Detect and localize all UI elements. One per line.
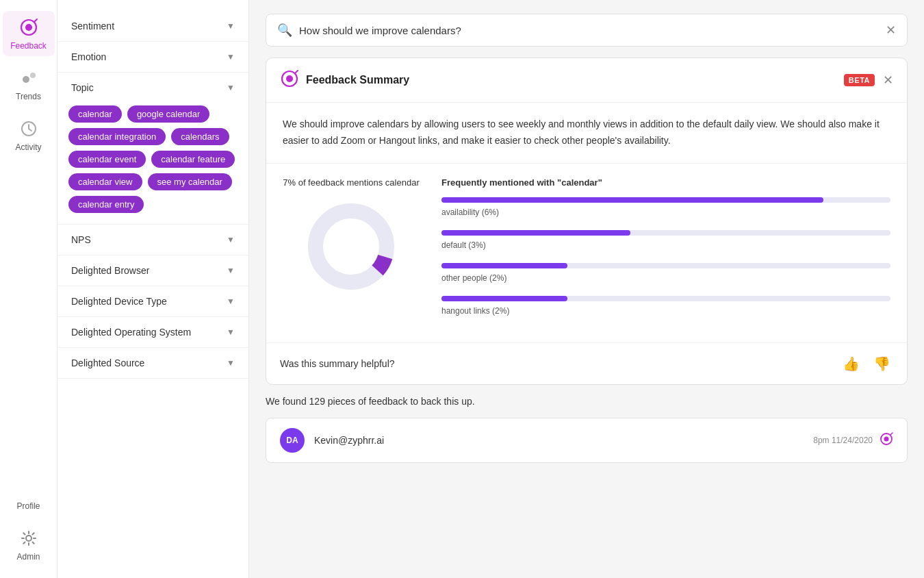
donut-chart bbox=[303, 199, 399, 294]
sidebar-header-delighted-device[interactable]: Delighted Device Type ▼ bbox=[57, 289, 248, 314]
nav-label-trends: Trends bbox=[16, 92, 41, 101]
summary-title: Feedback Summary bbox=[306, 74, 409, 86]
nav-label-admin: Admin bbox=[16, 552, 40, 562]
feedback-timestamp: 8pm 11/24/2020 bbox=[813, 436, 873, 445]
sidebar-section-delighted-source: Delighted Source ▼ bbox=[57, 348, 248, 379]
sidebar-header-emotion[interactable]: Emotion ▼ bbox=[57, 45, 248, 69]
avatar: DA bbox=[280, 428, 305, 453]
svg-point-5 bbox=[26, 536, 31, 541]
svg-point-1 bbox=[25, 24, 32, 31]
tag-calendar-event[interactable]: calendar event bbox=[68, 151, 146, 168]
feedback-item-left: DA Kevin@zyphrr.ai bbox=[280, 428, 384, 453]
svg-point-7 bbox=[286, 75, 293, 82]
tag-google-calendar[interactable]: google calendar bbox=[127, 105, 210, 123]
svg-point-11 bbox=[884, 436, 889, 441]
activity-icon bbox=[18, 118, 40, 140]
tag-see-my-calendar[interactable]: see my calendar bbox=[148, 173, 232, 190]
bar-label-availability: availability (6%) bbox=[441, 208, 499, 217]
feedback-summary-card: Feedback Summary BETA ✕ We should improv… bbox=[266, 58, 908, 385]
tag-calendar-view[interactable]: calendar view bbox=[68, 173, 142, 190]
chevron-icon-topic: ▼ bbox=[227, 83, 235, 92]
tag-calendar[interactable]: calendar bbox=[68, 105, 122, 123]
chevron-icon-sentiment: ▼ bbox=[227, 21, 235, 31]
admin-icon bbox=[18, 527, 40, 549]
chevron-icon-delighted-browser: ▼ bbox=[227, 266, 235, 275]
trends-icon bbox=[18, 67, 40, 89]
thumbs-down-button[interactable]: 👎 bbox=[871, 353, 893, 375]
nav-item-feedback[interactable]: Feedback bbox=[3, 11, 55, 56]
sidebar-label-sentiment: Sentiment bbox=[71, 21, 114, 32]
bar-other-people: other people (2%) bbox=[441, 263, 890, 284]
sidebar-section-emotion: Emotion ▼ bbox=[57, 42, 248, 73]
chevron-icon-delighted-device: ▼ bbox=[227, 297, 235, 306]
sidebar-section-delighted-device: Delighted Device Type ▼ bbox=[57, 286, 248, 317]
bar-track-other-people bbox=[441, 263, 890, 268]
sidebar-label-delighted-os: Delighted Operating System bbox=[71, 327, 191, 338]
svg-point-3 bbox=[30, 73, 36, 78]
search-input[interactable] bbox=[299, 25, 879, 36]
summary-helpful-question: Was this summary helpful? bbox=[280, 358, 395, 369]
bar-label-default: default (3%) bbox=[441, 240, 486, 250]
sidebar-section-delighted-browser: Delighted Browser ▼ bbox=[57, 255, 248, 286]
sidebar-label-nps: NPS bbox=[71, 234, 91, 245]
beta-badge: BETA bbox=[844, 74, 875, 86]
nav-label-feedback: Feedback bbox=[10, 41, 47, 51]
filter-sidebar: Sentiment ▼ Emotion ▼ Topic ▼ calendar g… bbox=[57, 0, 249, 578]
chevron-icon-emotion: ▼ bbox=[227, 52, 235, 62]
chevron-icon-delighted-os: ▼ bbox=[227, 327, 235, 337]
bar-track-availability bbox=[441, 197, 890, 203]
sidebar-label-delighted-browser: Delighted Browser bbox=[71, 265, 149, 276]
thumbs-up-button[interactable]: 👍 bbox=[840, 353, 862, 375]
sidebar-section-topic: Topic ▼ calendar google calendar calenda… bbox=[57, 73, 248, 225]
nav-bottom: Profile Admin bbox=[0, 496, 57, 567]
bar-track-hangout-links bbox=[441, 296, 890, 301]
search-clear-icon[interactable]: ✕ bbox=[886, 23, 896, 38]
search-bar: 🔍 ✕ bbox=[266, 14, 908, 47]
bar-label-hangout-links: hangout links (2%) bbox=[441, 306, 509, 316]
chevron-icon-delighted-source: ▼ bbox=[227, 358, 235, 368]
summary-title-group: Feedback Summary bbox=[280, 69, 409, 91]
topic-tags: calendar google calendar calendar integr… bbox=[57, 100, 248, 221]
nav-label-profile: Profile bbox=[16, 501, 40, 511]
nav-item-profile[interactable]: Profile bbox=[3, 496, 55, 516]
tag-calendars[interactable]: calendars bbox=[171, 128, 229, 145]
tag-calendar-entry[interactable]: calendar entry bbox=[68, 196, 144, 213]
sidebar-label-delighted-device: Delighted Device Type bbox=[71, 296, 167, 307]
nav-item-trends[interactable]: Trends bbox=[3, 62, 55, 107]
svg-point-8 bbox=[316, 211, 387, 282]
sidebar-section-nps: NPS ▼ bbox=[57, 225, 248, 255]
summary-close-icon[interactable]: ✕ bbox=[883, 73, 893, 88]
bar-label-other-people: other people (2%) bbox=[441, 273, 506, 283]
bar-default: default (3%) bbox=[441, 230, 890, 251]
bar-fill-other-people bbox=[441, 263, 567, 268]
feedback-item[interactable]: DA Kevin@zyphrr.ai 8pm 11/24/2020 bbox=[266, 418, 908, 463]
bar-track-default bbox=[441, 230, 890, 236]
stat-donut-section: 7% of feedback mentions calendar bbox=[283, 177, 420, 329]
bar-fill-default bbox=[441, 230, 630, 236]
sidebar-header-sentiment[interactable]: Sentiment ▼ bbox=[57, 14, 248, 38]
summary-text: We should improve calendars by allowing … bbox=[266, 103, 907, 164]
sidebar-header-delighted-source[interactable]: Delighted Source ▼ bbox=[57, 351, 248, 375]
sidebar-label-delighted-source: Delighted Source bbox=[71, 357, 144, 368]
bar-availability: availability (6%) bbox=[441, 197, 890, 218]
sidebar-section-sentiment: Sentiment ▼ bbox=[57, 11, 248, 42]
tag-calendar-feature[interactable]: calendar feature bbox=[151, 151, 235, 168]
nav-item-admin[interactable]: Admin bbox=[3, 522, 55, 567]
sidebar-header-nps[interactable]: NPS ▼ bbox=[57, 227, 248, 252]
feedback-icon bbox=[18, 16, 40, 38]
feedback-item-right: 8pm 11/24/2020 bbox=[813, 432, 893, 449]
summary-logo-icon bbox=[280, 69, 299, 91]
svg-point-2 bbox=[23, 76, 29, 83]
nav-item-activity[interactable]: Activity bbox=[3, 112, 55, 158]
main-content: 🔍 ✕ Feedback Summary BETA ✕ We sho bbox=[249, 0, 924, 578]
sidebar-header-delighted-os[interactable]: Delighted Operating System ▼ bbox=[57, 320, 248, 344]
summary-stats: 7% of feedback mentions calendar Frequen… bbox=[266, 164, 907, 343]
sidebar-header-delighted-browser[interactable]: Delighted Browser ▼ bbox=[57, 258, 248, 283]
bar-fill-availability bbox=[441, 197, 823, 203]
summary-footer: Was this summary helpful? 👍 👎 bbox=[266, 343, 907, 384]
sidebar-header-topic[interactable]: Topic ▼ bbox=[57, 75, 248, 100]
tag-calendar-integration[interactable]: calendar integration bbox=[68, 128, 166, 145]
feedback-email: Kevin@zyphrr.ai bbox=[314, 435, 384, 446]
nav-label-activity: Activity bbox=[15, 142, 41, 152]
bar-hangout-links: hangout links (2%) bbox=[441, 296, 890, 316]
